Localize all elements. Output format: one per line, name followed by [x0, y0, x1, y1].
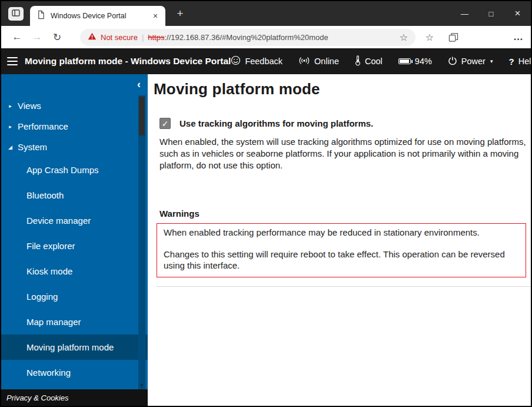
sidebar-scrollbar[interactable]: ▾ [138, 95, 145, 389]
sidebar-item-device-manager[interactable]: Device manager [1, 208, 148, 233]
feedback-label: Feedback [245, 57, 282, 66]
address-bar[interactable]: Not secure | https://192.168.87.36/#Movi… [80, 29, 415, 46]
setting-description: When enabled, the system will use tracki… [159, 136, 530, 171]
tab-actions-button[interactable] [8, 7, 24, 21]
tab-title: Windows Device Portal [51, 12, 145, 20]
sidebar-item-file-explorer[interactable]: File explorer [1, 233, 148, 259]
address-bar-row: ← → ↻ Not secure | https://192.168.87.36… [1, 26, 531, 48]
power-menu-button[interactable]: Power ▾ [448, 56, 493, 67]
scrollbar-thumb[interactable] [139, 97, 145, 135]
app-title: Moving platform mode - Windows Device Po… [25, 56, 231, 67]
sidebar-item-bluetooth[interactable]: Bluetooth [1, 183, 148, 208]
forward-button[interactable]: → [27, 28, 47, 47]
section-label: Views [18, 101, 41, 111]
minimize-button[interactable]: — [451, 1, 478, 26]
thermal-status: Cool [355, 55, 383, 68]
sidebar-section-performance[interactable]: ▸ Performance [1, 116, 148, 137]
back-button[interactable]: ← [7, 28, 27, 47]
section-label: System [18, 142, 47, 152]
maximize-button[interactable]: □ [478, 1, 504, 26]
sidebar-item-map-manager[interactable]: Map manager [1, 309, 148, 335]
menu-button[interactable] [7, 51, 18, 71]
tracking-checkbox[interactable]: ✓ [159, 118, 171, 129]
section-label: Performance [18, 121, 68, 131]
privacy-cookies-link[interactable]: Privacy & Cookies [6, 393, 68, 402]
page-favicon-icon [36, 10, 45, 22]
scrollbar-down-arrow-icon[interactable]: ▾ [138, 381, 145, 389]
collections-icon[interactable] [444, 28, 463, 46]
add-favorite-icon[interactable]: ☆ [400, 32, 408, 43]
sidebar: ‹ ▸ Views ▸ Performance ◢ System App Cra… [1, 74, 148, 389]
feedback-button[interactable]: Feedback [231, 55, 282, 67]
sidebar-collapse-button[interactable]: ‹ [134, 78, 144, 91]
omnibox-separator: | [142, 33, 144, 42]
chevron-right-icon: ▸ [7, 124, 14, 130]
feedback-smiley-icon [231, 55, 241, 67]
thermal-label: Cool [365, 57, 383, 66]
online-signal-icon [298, 56, 310, 67]
thermometer-icon [355, 55, 361, 68]
battery-label: 94% [415, 57, 432, 66]
sidebar-item-app-crash-dumps[interactable]: App Crash Dumps [1, 157, 148, 183]
power-caret-icon: ▾ [490, 58, 493, 64]
sidebar-item-moving-platform-mode[interactable]: Moving platform mode [1, 335, 148, 360]
sidebar-section-system[interactable]: ◢ System [1, 137, 148, 157]
online-label: Online [314, 57, 339, 66]
browser-window: Windows Device Portal × + — □ × ← → ↻ No… [0, 0, 532, 407]
url-text: https://192.168.87.36/#Moving%20platform… [148, 33, 328, 42]
battery-icon [398, 58, 411, 64]
battery-status: 94% [398, 57, 432, 66]
app-header: Moving platform mode - Windows Device Po… [1, 48, 531, 74]
url-scheme: https [148, 33, 164, 42]
main-content: Moving platform mode ✓ Use tracking algo… [148, 74, 531, 406]
tracking-checkbox-label: Use tracking algorithms for moving platf… [179, 118, 373, 128]
not-secure-label: Not secure [101, 33, 138, 42]
page-body: ‹ ▸ Views ▸ Performance ◢ System App Cra… [1, 74, 531, 406]
refresh-button[interactable]: ↻ [47, 28, 67, 47]
tab-actions-icon [12, 8, 20, 19]
power-label: Power [461, 57, 486, 66]
sidebar-item-logging[interactable]: Logging [1, 284, 148, 309]
sidebar-item-networking[interactable]: Networking [1, 360, 148, 385]
tab-strip: Windows Device Portal × + — □ × [1, 1, 531, 26]
help-label: Help [518, 57, 532, 66]
header-toolbar: Feedback Online Cool 94% [231, 55, 532, 68]
tracking-setting-row: ✓ Use tracking algorithms for moving pla… [159, 118, 531, 129]
close-button[interactable]: × [504, 1, 531, 26]
help-icon: ? [508, 57, 514, 67]
left-column: ‹ ▸ Views ▸ Performance ◢ System App Cra… [1, 74, 148, 406]
favorites-icon[interactable]: ☆ [420, 28, 439, 46]
new-tab-button[interactable]: + [172, 6, 188, 21]
sidebar-section-views[interactable]: ▸ Views [1, 95, 148, 116]
sidebar-footer: Privacy & Cookies [1, 389, 148, 406]
sidebar-nav: ▸ Views ▸ Performance ◢ System App Crash… [1, 74, 148, 385]
warning-text: Changes to this setting will require reb… [164, 249, 519, 272]
not-secure-warning-icon[interactable] [88, 32, 97, 42]
help-button[interactable]: ? Help [508, 57, 532, 67]
settings-menu-button[interactable]: … [513, 31, 524, 43]
online-status: Online [298, 56, 339, 67]
url-rest: ://192.168.87.36/#Moving%20platform%20mo… [164, 33, 328, 42]
window-controls: — □ × [451, 1, 531, 26]
page-title: Moving platform mode [154, 80, 531, 98]
chevron-expanded-icon: ◢ [7, 144, 14, 150]
sidebar-item-kiosk-mode[interactable]: Kiosk mode [1, 259, 148, 284]
tab-close-button[interactable]: × [150, 11, 161, 21]
warnings-heading: Warnings [159, 209, 531, 219]
browser-tab[interactable]: Windows Device Portal × [30, 6, 165, 26]
warning-text: When enabled tracking performance may be… [164, 227, 519, 239]
warnings-box: When enabled tracking performance may be… [157, 223, 526, 277]
content-divider [157, 286, 531, 287]
power-icon [448, 56, 457, 67]
chevron-right-icon: ▸ [7, 103, 14, 109]
